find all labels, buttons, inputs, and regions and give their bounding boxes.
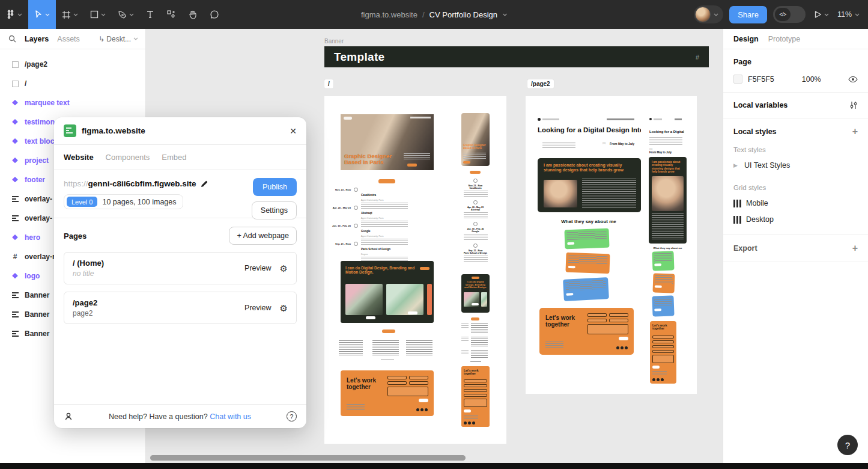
gear-icon[interactable]: ⚙ (280, 304, 288, 313)
file-breadcrumb[interactable]: figma.to.website / CV Portfolio Design (361, 0, 507, 29)
plugin-dialog[interactable]: figma.to.website ✕ Website Components Em… (54, 117, 306, 428)
frame-page2[interactable]: Looking for a Digital Design Internship … (526, 96, 697, 394)
page-color-swatch[interactable] (733, 75, 742, 84)
template-banner-object[interactable]: Template # (324, 46, 709, 67)
shape-tool-button[interactable] (84, 0, 112, 29)
frame-home[interactable]: Graphic Designer Based in Paris Nov. 23 … (324, 96, 506, 444)
thumb-header-desktop (538, 118, 634, 121)
variables-icon[interactable] (849, 101, 858, 109)
page-path: /page2 (73, 298, 97, 307)
plan-usage: 10 pages, 100 images (102, 198, 176, 206)
thumb-testimonial-blue-mobile (652, 295, 674, 316)
tab-website[interactable]: Website (64, 153, 94, 162)
chevron-down-icon (17, 13, 22, 16)
help-button[interactable]: ? (837, 435, 858, 455)
help-circle-icon[interactable]: ? (287, 411, 297, 421)
component-icon: ❖ (11, 118, 19, 126)
grid-style-desktop-row[interactable]: Desktop (733, 215, 858, 224)
chat-with-us-link[interactable]: Chat with us (210, 412, 251, 421)
page-picker[interactable]: ↳ Deskt... (99, 35, 138, 43)
frame-label-home[interactable]: / (324, 79, 333, 88)
frame-tool-button[interactable] (56, 0, 84, 29)
local-variables-section: Local variables (723, 93, 868, 118)
move-tool-button[interactable] (28, 0, 56, 29)
add-export-icon[interactable]: + (852, 244, 858, 253)
gear-icon[interactable]: ⚙ (280, 264, 288, 273)
text-styles-label: Text styles (733, 146, 858, 153)
layer-row-frame[interactable]: / (0, 74, 145, 93)
tab-layers[interactable]: Layers (25, 35, 49, 43)
tab-prototype[interactable]: Prototype (768, 35, 801, 43)
settings-button[interactable]: Settings (252, 201, 297, 219)
grid-style-mobile-row[interactable]: Mobile (733, 199, 858, 207)
zoom-menu[interactable]: 11% (837, 10, 860, 19)
hand-tool-button[interactable] (182, 0, 204, 29)
edit-url-icon[interactable] (201, 180, 208, 188)
breadcrumb-separator: / (422, 10, 425, 19)
url-prefix: https:// (64, 179, 88, 188)
plugin-dialog-footer: Need help? Have a question? Chat with us… (54, 404, 306, 428)
preview-link[interactable]: Preview (244, 304, 271, 312)
thumb-header-mobile (649, 118, 682, 120)
page-color-hex[interactable]: F5F5F5 (748, 75, 774, 84)
thumb-badge (378, 179, 395, 183)
page-color-row: F5F5F5 100% (733, 75, 858, 84)
present-button[interactable] (812, 0, 831, 29)
thumb-contact-mobile: Let's work together (461, 366, 490, 427)
page-color-opacity[interactable]: 100% (802, 75, 821, 84)
pages-section: Pages + Add webpage / (Home) no title Pr… (54, 218, 306, 324)
thumb-badge (470, 171, 481, 174)
tab-embed[interactable]: Embed (162, 153, 186, 162)
layer-row-frame[interactable]: /page2 (0, 55, 145, 74)
chevron-down-icon (714, 13, 718, 16)
component-icon: ❖ (11, 272, 19, 280)
caret-right-icon[interactable]: ▶ (733, 162, 739, 168)
breadcrumb-doc-title: CV Portfolio Design (429, 10, 497, 19)
export-heading: Export (733, 244, 757, 253)
ui-text-styles-row[interactable]: ▶ UI Text Styles (733, 161, 858, 170)
page-path: / (Home) (73, 259, 104, 268)
chevron-down-icon (101, 13, 106, 16)
main-menu-button[interactable] (0, 0, 28, 29)
eye-icon[interactable] (848, 76, 858, 83)
layer-label: overlay- (25, 195, 52, 203)
chevron-down-icon[interactable] (502, 13, 507, 16)
thumb-testimonial-green (564, 228, 609, 250)
account-menu[interactable] (694, 5, 723, 23)
search-icon[interactable] (8, 35, 16, 43)
add-style-icon[interactable]: + (852, 127, 858, 136)
component-icon: ❖ (11, 99, 19, 106)
frame-layer-icon (11, 81, 19, 87)
preview-link[interactable]: Preview (244, 264, 271, 272)
page-subtitle: page2 (73, 309, 97, 317)
thumb-quote-card-desktop: I am passionate about creating visually … (538, 158, 641, 212)
comment-tool-button[interactable] (204, 0, 225, 29)
layer-row-component[interactable]: ❖marquee text (0, 93, 145, 112)
dev-mode-toggle[interactable]: </> (773, 6, 806, 23)
tab-design[interactable]: Design (733, 35, 759, 43)
plan-pill: Level 0 10 pages, 100 images (64, 194, 183, 209)
layer-label: overlay- (25, 214, 52, 222)
horizontal-scrollbar[interactable] (150, 455, 466, 461)
add-webpage-button[interactable]: + Add webpage (229, 227, 297, 245)
resources-tool-button[interactable] (160, 0, 182, 29)
text-tool-button[interactable] (140, 0, 160, 29)
text-layer-icon (11, 311, 19, 317)
page-row-page2[interactable]: /page2 page2 Preview ⚙ (64, 292, 297, 324)
person-icon (64, 412, 73, 421)
grid-styles-label: Grid styles (733, 184, 858, 191)
page-row-home[interactable]: / (Home) no title Preview ⚙ (64, 252, 297, 284)
tab-assets[interactable]: Assets (57, 35, 80, 43)
publish-button[interactable]: Publish (253, 178, 297, 196)
export-section: Export + (723, 234, 868, 262)
thumb-testimonial-orange-mobile (652, 273, 675, 293)
tab-components[interactable]: Components (106, 153, 150, 162)
close-icon[interactable]: ✕ (290, 127, 297, 135)
pen-tool-button[interactable] (112, 0, 140, 29)
thumb-badge (471, 317, 479, 320)
share-button[interactable]: Share (729, 6, 767, 23)
component-icon: ❖ (11, 157, 19, 164)
frame-label-page2[interactable]: /page2 (527, 79, 554, 88)
chevron-down-icon (45, 13, 50, 16)
banner-layer-label[interactable]: Banner (324, 38, 344, 44)
